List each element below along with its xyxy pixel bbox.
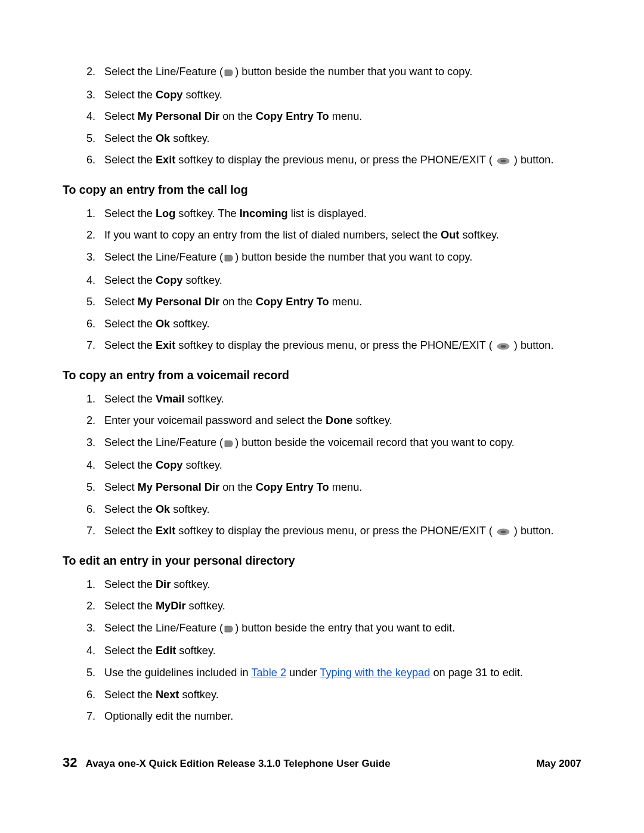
list-item: 1.Select the Log softkey. The Incoming l… [86, 206, 581, 221]
subheading-edit-entry: To edit an entry in your personal direct… [63, 554, 581, 568]
page-number: 32 [63, 755, 77, 770]
step-text: Select the MyDir softkey. [104, 600, 225, 612]
step-number: 4. [86, 643, 95, 658]
steps-list-call-log: 1.Select the Log softkey. The Incoming l… [63, 206, 581, 354]
step-number: 4. [86, 273, 95, 288]
steps-list-edit-entry: 1.Select the Dir softkey.2.Select the My… [63, 577, 581, 724]
step-text: Select My Personal Dir on the Copy Entry… [104, 296, 362, 308]
step-number: 3. [86, 250, 95, 265]
step-text: Select the Dir softkey. [104, 578, 210, 590]
cross-reference-link[interactable]: Table 2 [251, 667, 286, 679]
step-number: 6. [86, 502, 95, 517]
step-text: Select the Line/Feature () button beside… [104, 66, 472, 78]
list-item: 2.Select the Line/Feature () button besi… [86, 64, 581, 80]
step-text: Select the Exit softkey to display the p… [104, 154, 554, 166]
step-text: Select the Next softkey. [104, 689, 219, 701]
list-item: 4.Select the Copy softkey. [86, 458, 581, 473]
step-number: 6. [86, 153, 95, 168]
list-item: 5.Use the guidelines included in Table 2… [86, 665, 581, 680]
line-feature-icon [224, 251, 234, 266]
step-text: Select the Copy softkey. [104, 459, 222, 471]
step-number: 3. [86, 621, 95, 636]
document-page: 2.Select the Line/Feature () button besi… [0, 0, 644, 833]
line-feature-icon [224, 66, 234, 80]
step-number: 4. [86, 458, 95, 473]
step-text: Select My Personal Dir on the Copy Entry… [104, 110, 362, 122]
list-item: 5.Select My Personal Dir on the Copy Ent… [86, 295, 581, 309]
step-text: Select the Log softkey. The Incoming lis… [104, 208, 367, 219]
list-item: 3.Select the Line/Feature () button besi… [86, 250, 581, 266]
step-text: Select My Personal Dir on the Copy Entry… [104, 481, 362, 493]
list-item: 2.If you want to copy an entry from the … [86, 228, 581, 243]
list-item: 7.Select the Exit softkey to display the… [86, 524, 581, 540]
page-footer: 32 Avaya one-X Quick Edition Release 3.1… [0, 755, 644, 770]
list-item: 3.Select the Line/Feature () button besi… [86, 435, 581, 451]
step-text: If you want to copy an entry from the li… [104, 229, 499, 241]
line-feature-icon [224, 622, 234, 637]
list-item: 6.Select the Ok softkey. [86, 502, 581, 517]
step-text: Select the Line/Feature () button beside… [104, 251, 472, 263]
list-item: 5.Select My Personal Dir on the Copy Ent… [86, 480, 581, 495]
list-item: 7.Optionally edit the number. [86, 709, 581, 724]
list-item: 5.Select the Ok softkey. [86, 131, 581, 146]
list-item: 4.Select the Copy softkey. [86, 273, 581, 288]
step-text: Select the Edit softkey. [104, 645, 216, 657]
step-text: Select the Vmail softkey. [104, 393, 224, 405]
step-number: 5. [86, 480, 95, 495]
step-text: Select the Ok softkey. [104, 503, 210, 515]
steps-list-continued: 2.Select the Line/Feature () button besi… [63, 64, 581, 169]
step-number: 5. [86, 131, 95, 146]
svg-point-3 [500, 345, 506, 348]
svg-point-5 [500, 531, 506, 533]
step-text: Optionally edit the number. [104, 710, 233, 722]
cross-reference-link[interactable]: Typing with the keypad [320, 667, 430, 679]
subheading-voicemail: To copy an entry from a voicemail record [63, 368, 581, 382]
footer-title: Avaya one-X Quick Edition Release 3.1.0 … [85, 758, 390, 770]
step-number: 4. [86, 109, 95, 124]
phone-exit-icon [497, 525, 510, 540]
step-text: Select the Ok softkey. [104, 132, 210, 144]
step-text: Enter your voicemail password and select… [104, 414, 392, 426]
page-content: 2.Select the Line/Feature () button besi… [63, 64, 581, 724]
steps-list-voicemail: 1.Select the Vmail softkey.2.Enter your … [63, 392, 581, 540]
list-item: 3.Select the Copy softkey. [86, 88, 581, 103]
list-item: 1.Select the Vmail softkey. [86, 392, 581, 407]
step-number: 5. [86, 295, 95, 309]
step-text: Select the Copy softkey. [104, 274, 222, 286]
list-item: 4.Select My Personal Dir on the Copy Ent… [86, 109, 581, 124]
step-number: 2. [86, 64, 95, 79]
step-number: 1. [86, 577, 95, 592]
step-number: 2. [86, 599, 95, 614]
step-number: 6. [86, 317, 95, 332]
step-number: 3. [86, 88, 95, 103]
list-item: 3.Select the Line/Feature () button besi… [86, 621, 581, 637]
step-number: 2. [86, 228, 95, 243]
step-text: Select the Exit softkey to display the p… [104, 339, 554, 351]
subheading-call-log: To copy an entry from the call log [63, 183, 581, 197]
step-text: Select the Line/Feature () button beside… [104, 622, 455, 634]
step-number: 3. [86, 435, 95, 450]
step-text: Select the Ok softkey. [104, 318, 210, 330]
phone-exit-icon [497, 339, 510, 354]
line-feature-icon [224, 436, 234, 451]
step-text: Use the guidelines included in Table 2 u… [104, 667, 523, 679]
step-number: 2. [86, 413, 95, 428]
footer-date: May 2007 [536, 758, 581, 770]
list-item: 4.Select the Edit softkey. [86, 643, 581, 658]
list-item: 7.Select the Exit softkey to display the… [86, 338, 581, 354]
list-item: 6.Select the Exit softkey to display the… [86, 153, 581, 169]
step-number: 7. [86, 338, 95, 353]
svg-point-1 [500, 160, 506, 162]
step-number: 7. [86, 524, 95, 538]
list-item: 1.Select the Dir softkey. [86, 577, 581, 592]
step-text: Select the Exit softkey to display the p… [104, 525, 554, 537]
step-number: 5. [86, 665, 95, 680]
step-number: 7. [86, 709, 95, 724]
list-item: 2.Select the MyDir softkey. [86, 599, 581, 614]
step-number: 1. [86, 206, 95, 221]
phone-exit-icon [497, 154, 510, 169]
list-item: 6.Select the Ok softkey. [86, 317, 581, 332]
step-number: 1. [86, 392, 95, 407]
list-item: 2.Enter your voicemail password and sele… [86, 413, 581, 428]
step-text: Select the Line/Feature () button beside… [104, 436, 515, 448]
